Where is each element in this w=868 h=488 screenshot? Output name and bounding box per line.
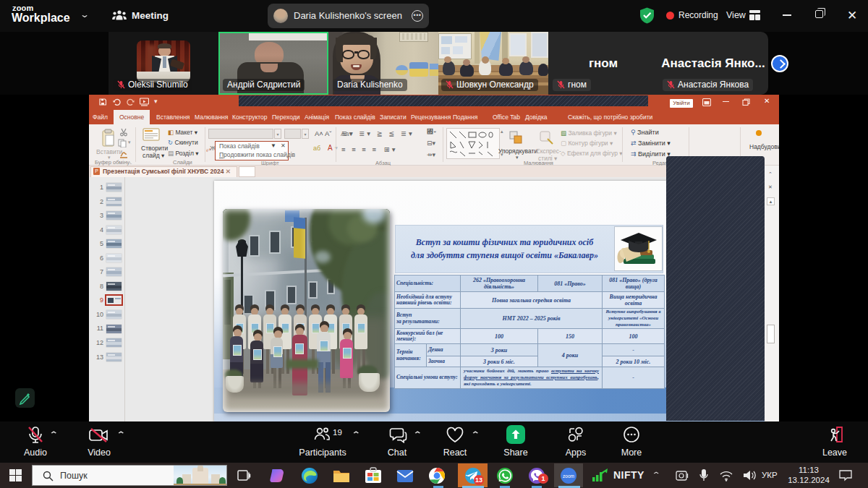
svg-text:zoom: zoom [563, 474, 574, 479]
